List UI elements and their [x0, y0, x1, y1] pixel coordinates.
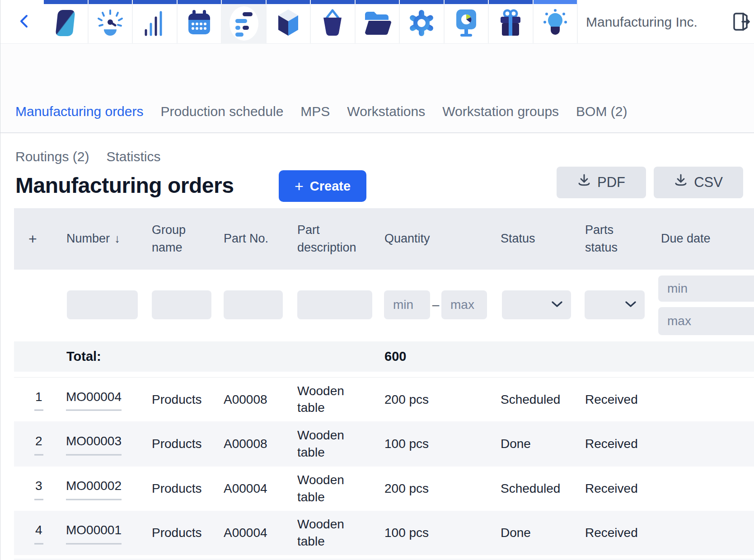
- column-group-name[interactable]: Group name: [152, 208, 204, 270]
- status-cell: Done: [501, 435, 531, 453]
- lightbulb-icon: [542, 9, 568, 39]
- group-cell: Products: [152, 524, 202, 541]
- row-index-link[interactable]: 4: [34, 522, 43, 545]
- parts-status-cell: Received: [585, 480, 638, 497]
- export-csv-button[interactable]: CSV: [654, 167, 743, 198]
- tab-routings[interactable]: Routings (2): [15, 149, 89, 164]
- status-cell: Scheduled: [501, 391, 560, 408]
- chevron-down-icon: [551, 301, 563, 309]
- calendar-icon: [186, 9, 212, 39]
- calendar-tab[interactable]: [178, 0, 222, 44]
- group-cell: Products: [152, 435, 202, 453]
- filter-parts-status-select[interactable]: [585, 290, 645, 319]
- mo-number-link[interactable]: MO00004: [66, 388, 122, 411]
- download-icon: [577, 173, 591, 191]
- column-parts-status[interactable]: Parts status: [585, 208, 637, 270]
- parts-status-cell: Received: [585, 391, 638, 408]
- gauge-icon: [97, 9, 124, 39]
- company-name: Manufacturing Inc.: [586, 0, 698, 44]
- gift-tab[interactable]: [489, 0, 534, 44]
- quantity-cell: 100 pcs: [384, 435, 429, 453]
- group-cell: Products: [152, 480, 202, 497]
- filter-due-date-max-input[interactable]: [658, 307, 754, 335]
- column-quantity[interactable]: Quantity: [384, 208, 430, 270]
- status-cell: Done: [501, 524, 531, 541]
- filter-status-select[interactable]: [502, 290, 571, 319]
- filter-number-input[interactable]: [67, 290, 138, 319]
- plus-icon: +: [295, 178, 304, 194]
- filter-quantity-max-input[interactable]: [441, 290, 487, 319]
- part-no-cell: A00004: [224, 524, 267, 541]
- part-no-cell: A00004: [224, 480, 267, 497]
- part-description-cell: Wooden table: [297, 383, 356, 417]
- crm-tab[interactable]: [356, 0, 400, 44]
- row-index-link[interactable]: 3: [34, 477, 43, 500]
- tab-mps[interactable]: MPS: [300, 104, 330, 119]
- quantity-cell: 200 pcs: [384, 480, 429, 497]
- tips-tab[interactable]: [534, 0, 578, 44]
- mo-number-link[interactable]: MO00003: [66, 433, 122, 456]
- mo-number-link[interactable]: MO00001: [66, 522, 122, 545]
- stock-tab[interactable]: [267, 0, 311, 44]
- tab-workstations[interactable]: Workstations: [347, 104, 425, 119]
- quantity-cell: 200 pcs: [384, 391, 429, 408]
- mo-number-link[interactable]: MO00002: [66, 477, 122, 500]
- gift-icon: [498, 9, 523, 39]
- logout-button[interactable]: [730, 11, 751, 33]
- parts-status-cell: Received: [585, 435, 638, 453]
- tab-production-schedule[interactable]: Production schedule: [160, 104, 283, 119]
- group-cell: Products: [152, 391, 202, 408]
- add-column-button[interactable]: +: [28, 208, 37, 270]
- cube-icon: [276, 9, 301, 39]
- page-title: Manufacturing orders: [15, 173, 234, 198]
- filter-due-date-min-input[interactable]: [658, 275, 754, 302]
- table-header: + Number ↓ Group name Part No. Part desc…: [14, 208, 754, 270]
- table-row: 2 MO00003 Products A00008 Wooden table 1…: [14, 421, 754, 467]
- column-number[interactable]: Number ↓: [66, 208, 120, 270]
- production-planning-tab[interactable]: [222, 0, 267, 44]
- tab-statistics[interactable]: Statistics: [106, 149, 160, 164]
- row-index-link[interactable]: 1: [34, 388, 43, 411]
- part-description-cell: Wooden table: [297, 427, 356, 461]
- gear-icon: [408, 9, 435, 39]
- top-app-bar: Manufacturing Inc.: [0, 0, 754, 44]
- gantt-icon: [231, 9, 256, 39]
- column-part-no[interactable]: Part No.: [224, 208, 268, 270]
- filter-part-no-input[interactable]: [224, 290, 283, 319]
- column-status[interactable]: Status: [501, 208, 535, 270]
- app-icon-bar: [44, 0, 578, 44]
- statistics-tab[interactable]: [133, 0, 178, 44]
- procurement-tab[interactable]: [311, 0, 356, 44]
- dashboard-tab[interactable]: [89, 0, 133, 44]
- column-part-description[interactable]: Part description: [297, 208, 367, 270]
- tab-workstation-groups[interactable]: Workstation groups: [442, 104, 559, 119]
- nav-row-2: Routings (2) Statistics: [15, 149, 160, 164]
- bar-chart-icon: [142, 9, 167, 39]
- tab-bom[interactable]: BOM (2): [576, 104, 627, 119]
- nav-row-1: Manufacturing orders Production schedule…: [15, 104, 627, 119]
- logout-icon: [731, 27, 750, 34]
- logo-icon: [53, 8, 78, 40]
- filter-quantity-min-input[interactable]: [384, 290, 430, 319]
- range-dash: –: [430, 290, 441, 319]
- table-row: 3 MO00002 Products A00004 Wooden table 2…: [14, 467, 754, 511]
- tab-manufacturing-orders[interactable]: Manufacturing orders: [15, 104, 143, 119]
- create-button[interactable]: + Create: [279, 170, 366, 202]
- column-due-date[interactable]: Due date: [661, 208, 711, 270]
- status-cell: Scheduled: [501, 480, 560, 497]
- export-pdf-button[interactable]: PDF: [557, 167, 646, 198]
- folder-icon: [363, 10, 391, 38]
- table-row: 1 MO00004 Products A00008 Wooden table 2…: [14, 378, 754, 421]
- row-index-link[interactable]: 2: [34, 433, 43, 456]
- part-description-cell: Wooden table: [297, 516, 356, 550]
- reports-tab[interactable]: [445, 0, 489, 44]
- module-navbar: Manufacturing orders Production schedule…: [0, 44, 754, 133]
- filter-description-input[interactable]: [297, 290, 372, 319]
- total-label: Total:: [66, 341, 101, 372]
- basket-icon: [320, 9, 345, 39]
- app-logo[interactable]: [44, 0, 89, 44]
- filter-group-input[interactable]: [152, 290, 211, 319]
- presentation-icon: [454, 9, 478, 39]
- settings-tab[interactable]: [400, 0, 445, 44]
- back-button[interactable]: [14, 12, 34, 32]
